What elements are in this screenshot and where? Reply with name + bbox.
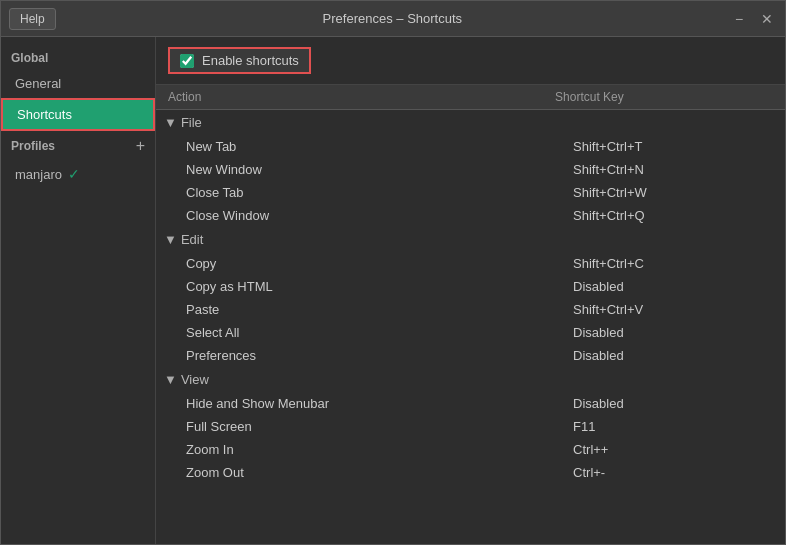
sidebar: Global General Shortcuts Profiles + manj…	[1, 37, 156, 544]
action-name: Full Screen	[156, 415, 543, 438]
group-row[interactable]: ▼View	[156, 367, 785, 392]
col-shortcut: Shortcut Key	[543, 85, 785, 110]
help-button[interactable]: Help	[9, 8, 56, 30]
table-row[interactable]: Hide and Show MenubarDisabled	[156, 392, 785, 415]
table-row[interactable]: Copy as HTMLDisabled	[156, 275, 785, 298]
group-arrow-icon: ▼	[164, 232, 177, 247]
shortcut-key: F11	[543, 415, 785, 438]
close-button[interactable]: ✕	[757, 11, 777, 27]
action-name: New Tab	[156, 135, 543, 158]
content-area: Global General Shortcuts Profiles + manj…	[1, 37, 785, 544]
shortcut-key: Shift+Ctrl+V	[543, 298, 785, 321]
shortcut-key: Ctrl++	[543, 438, 785, 461]
shortcut-key: Shift+Ctrl+Q	[543, 204, 785, 227]
minimize-button[interactable]: −	[729, 11, 749, 27]
shortcuts-table: Action Shortcut Key ▼FileNew TabShift+Ct…	[156, 85, 785, 484]
table-row[interactable]: Close TabShift+Ctrl+W	[156, 181, 785, 204]
action-name: New Window	[156, 158, 543, 181]
table-row[interactable]: CopyShift+Ctrl+C	[156, 252, 785, 275]
profiles-label: Profiles	[11, 139, 55, 153]
sidebar-item-general[interactable]: General	[1, 69, 155, 98]
table-row[interactable]: New TabShift+Ctrl+T	[156, 135, 785, 158]
group-row[interactable]: ▼Edit	[156, 227, 785, 252]
col-action: Action	[156, 85, 543, 110]
enable-shortcuts-checkbox[interactable]	[180, 54, 194, 68]
action-name: Preferences	[156, 344, 543, 367]
action-name: Hide and Show Menubar	[156, 392, 543, 415]
shortcut-key: Disabled	[543, 275, 785, 298]
action-name: Zoom In	[156, 438, 543, 461]
table-row[interactable]: Zoom OutCtrl+-	[156, 461, 785, 484]
action-name: Copy as HTML	[156, 275, 543, 298]
table-row[interactable]: PasteShift+Ctrl+V	[156, 298, 785, 321]
sidebar-item-shortcuts[interactable]: Shortcuts	[1, 98, 155, 131]
group-arrow-icon: ▼	[164, 372, 177, 387]
action-name: Paste	[156, 298, 543, 321]
table-row[interactable]: Select AllDisabled	[156, 321, 785, 344]
sidebar-profile-manjaro[interactable]: manjaro ✓	[1, 159, 155, 189]
action-name: Copy	[156, 252, 543, 275]
enable-shortcuts-wrapper: Enable shortcuts	[168, 47, 311, 74]
table-row[interactable]: Full ScreenF11	[156, 415, 785, 438]
enable-bar: Enable shortcuts	[156, 37, 785, 85]
shortcut-key: Ctrl+-	[543, 461, 785, 484]
profile-checkmark-icon: ✓	[68, 166, 80, 182]
action-name: Zoom Out	[156, 461, 543, 484]
sidebar-profiles-section: Profiles +	[1, 131, 155, 159]
table-row[interactable]: Close WindowShift+Ctrl+Q	[156, 204, 785, 227]
titlebar: Help Preferences – Shortcuts − ✕	[1, 1, 785, 37]
shortcut-key: Shift+Ctrl+W	[543, 181, 785, 204]
table-row[interactable]: PreferencesDisabled	[156, 344, 785, 367]
enable-shortcuts-label: Enable shortcuts	[202, 53, 299, 68]
shortcut-key: Disabled	[543, 321, 785, 344]
action-name: Select All	[156, 321, 543, 344]
group-row[interactable]: ▼File	[156, 110, 785, 136]
profile-name: manjaro	[15, 167, 62, 182]
window: Help Preferences – Shortcuts − ✕ Global …	[0, 0, 786, 545]
action-name: Close Tab	[156, 181, 543, 204]
shortcut-key: Shift+Ctrl+N	[543, 158, 785, 181]
main-panel: Enable shortcuts Action Shortcut Key ▼Fi…	[156, 37, 785, 544]
shortcut-key: Shift+Ctrl+T	[543, 135, 785, 158]
window-title: Preferences – Shortcuts	[56, 11, 729, 26]
global-label: Global	[11, 51, 48, 65]
shortcut-key: Disabled	[543, 392, 785, 415]
shortcut-key: Disabled	[543, 344, 785, 367]
table-row[interactable]: Zoom InCtrl++	[156, 438, 785, 461]
sidebar-global-section: Global	[1, 45, 155, 69]
table-row[interactable]: New WindowShift+Ctrl+N	[156, 158, 785, 181]
add-profile-button[interactable]: +	[136, 137, 145, 155]
window-controls: − ✕	[729, 11, 777, 27]
group-arrow-icon: ▼	[164, 115, 177, 130]
shortcut-table-wrapper[interactable]: Action Shortcut Key ▼FileNew TabShift+Ct…	[156, 85, 785, 544]
shortcut-key: Shift+Ctrl+C	[543, 252, 785, 275]
action-name: Close Window	[156, 204, 543, 227]
